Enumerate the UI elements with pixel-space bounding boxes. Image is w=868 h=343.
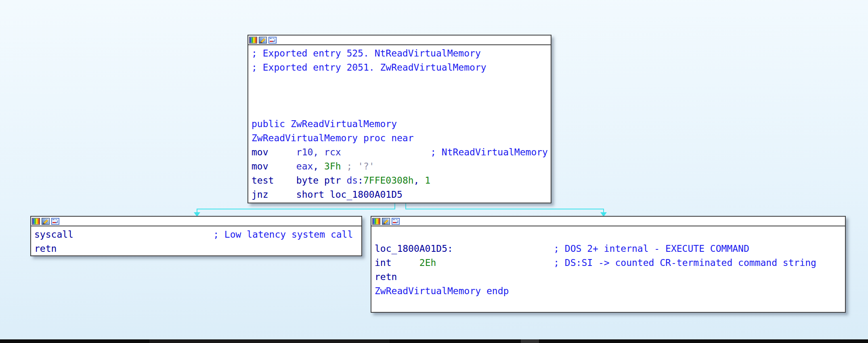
color-palette-icon[interactable]	[372, 218, 380, 225]
node-code-body[interactable]: ; Exported entry 525. NtReadVirtualMemor…	[248, 45, 551, 202]
code-token: 1	[425, 175, 430, 186]
bottom-bar-segment	[390, 339, 521, 343]
color-palette-icon[interactable]	[32, 218, 40, 225]
code-token: 7FFE0308h	[363, 175, 414, 186]
code-line[interactable]: mov eax, 3Fh ; '?'	[252, 159, 547, 174]
code-token: mov	[252, 147, 268, 157]
code-line[interactable]: test byte ptr ds:7FFE0308h, 1	[252, 174, 547, 188]
edge-true-branch-horizontal	[197, 209, 395, 209]
code-line[interactable]: ZwReadVirtualMemory proc near	[252, 131, 547, 145]
bottom-window-edge	[0, 339, 868, 343]
code-token: ; NtReadVirtualMemory	[430, 147, 548, 157]
code-token: ds	[346, 175, 358, 186]
bottom-bar-segment	[521, 339, 539, 343]
code-token	[73, 229, 213, 240]
code-token: ; Exported entry 525. NtReadVirtualMemor…	[252, 48, 481, 59]
group-node-icon[interactable]	[51, 218, 59, 225]
code-line[interactable]: jnz short loc_1800A01D5	[252, 188, 547, 202]
group-node-icon[interactable]	[392, 218, 400, 225]
code-line[interactable]: ; Exported entry 2051. ZwReadVirtualMemo…	[252, 61, 547, 75]
bottom-bar-segment	[149, 339, 390, 343]
code-token: int	[375, 257, 392, 268]
code-token: ,	[313, 161, 324, 172]
node-titlebar	[248, 36, 551, 45]
code-line[interactable]	[252, 75, 547, 89]
color-palette-icon[interactable]	[249, 37, 257, 44]
code-token: short	[296, 189, 330, 200]
graph-node-loc-1800a01d5[interactable]: loc_1800A01D5: ; DOS 2+ internal - EXECU…	[371, 216, 846, 313]
code-token: byte ptr	[296, 175, 347, 186]
code-token	[268, 189, 296, 200]
code-token: 3Fh	[324, 161, 341, 172]
code-line[interactable]	[375, 228, 842, 242]
code-token: ; DOS 2+ internal - EXECUTE COMMAND	[554, 243, 749, 254]
code-token: syscall	[34, 229, 73, 240]
node-titlebar	[371, 217, 845, 226]
code-token: jnz	[252, 189, 268, 200]
node-code-body[interactable]: syscall ; Low latency system callretn	[31, 226, 361, 256]
code-token	[341, 147, 431, 157]
code-token: loc_1800A01D5:	[375, 243, 453, 254]
code-line[interactable]: retn	[34, 242, 358, 256]
code-token: retn	[375, 272, 397, 282]
code-line[interactable]: ZwReadVirtualMemory endp	[375, 284, 842, 298]
code-token	[436, 257, 554, 268]
code-token	[268, 147, 296, 157]
code-line[interactable]: retn	[375, 270, 842, 284]
edit-pencil-icon[interactable]	[382, 218, 390, 225]
graph-node-function-header[interactable]: ; Exported entry 525. NtReadVirtualMemor…	[247, 35, 551, 203]
edge-jump-branch-horizontal	[406, 209, 604, 209]
code-token: loc_1800A01D5	[330, 189, 403, 200]
code-line[interactable]: public ZwReadVirtualMemory	[252, 117, 547, 131]
code-token: ; Exported entry 2051. ZwReadVirtualMemo…	[252, 62, 486, 73]
code-token: retn	[34, 243, 57, 254]
code-token	[453, 243, 554, 254]
node-code-body[interactable]: loc_1800A01D5: ; DOS 2+ internal - EXECU…	[371, 226, 845, 312]
code-token: test	[252, 175, 274, 186]
code-token: ; DS:SI -> counted CR-terminated command…	[554, 257, 816, 268]
code-token	[392, 257, 419, 268]
code-token: 2Eh	[419, 257, 436, 268]
code-line[interactable]	[252, 103, 547, 117]
graph-view-canvas: ; Exported entry 525. NtReadVirtualMemor…	[0, 0, 868, 343]
code-token: ,	[414, 175, 425, 186]
group-node-icon[interactable]	[268, 37, 277, 44]
code-token: mov	[252, 161, 268, 172]
code-line[interactable]: syscall ; Low latency system call	[34, 228, 358, 242]
code-line[interactable]	[252, 89, 547, 103]
code-token: r10, rcx	[296, 147, 341, 157]
code-token: public ZwReadVirtualMemory	[252, 119, 397, 129]
code-line[interactable]: int 2Eh ; DS:SI -> counted CR-terminated…	[375, 256, 842, 270]
code-token: eax	[296, 161, 313, 172]
edit-pencil-icon[interactable]	[259, 37, 267, 44]
graph-node-syscall[interactable]: syscall ; Low latency system callretn	[30, 216, 362, 256]
code-token: ; Low latency system call	[213, 229, 353, 240]
edit-pencil-icon[interactable]	[42, 218, 50, 225]
code-token: ZwReadVirtualMemory proc near	[252, 133, 414, 143]
code-line[interactable]: loc_1800A01D5: ; DOS 2+ internal - EXECU…	[375, 242, 842, 256]
code-token: ZwReadVirtualMemory endp	[375, 286, 509, 296]
code-token	[274, 175, 296, 186]
code-line[interactable]	[375, 298, 842, 312]
bottom-bar-segment	[539, 339, 868, 343]
code-line[interactable]: mov r10, rcx ; NtReadVirtualMemory	[252, 145, 547, 159]
code-token: ; '?'	[341, 161, 375, 172]
code-line[interactable]: ; Exported entry 525. NtReadVirtualMemor…	[252, 46, 547, 61]
bottom-bar-segment	[0, 339, 149, 343]
code-token: :	[358, 175, 363, 186]
node-titlebar	[31, 217, 361, 226]
code-token	[268, 161, 296, 172]
